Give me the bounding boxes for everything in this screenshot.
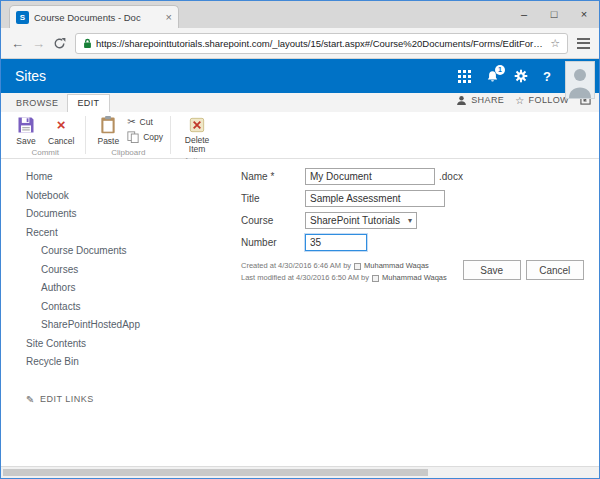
notifications-bell-icon[interactable]: 1 [486,70,499,83]
sidebar-item-recent[interactable]: Recent [26,224,227,243]
number-input[interactable] [305,234,367,251]
scrollbar-thumb[interactable] [3,469,428,476]
title-input[interactable] [305,190,445,207]
help-icon[interactable]: ? [543,69,551,84]
modified-by-name[interactable]: Muhammad Waqas [382,272,447,284]
person-silhouette-icon [566,62,594,98]
suite-title[interactable]: Sites [15,68,46,84]
edit-links-pencil-icon: ✎ [26,394,35,405]
back-button[interactable]: ← [7,36,28,51]
sidebar: Home Notebook Documents Recent Course Do… [1,159,227,466]
share-button[interactable]: SHARE [456,95,504,106]
paste-label: Paste [97,136,119,146]
created-by-name[interactable]: Muhammad Waqas [364,260,429,272]
form-save-button[interactable]: Save [463,260,521,280]
sidebar-item-home[interactable]: Home [26,168,227,187]
share-label: SHARE [471,95,504,105]
follow-button[interactable]: ☆ FOLLOW [515,95,569,106]
settings-gear-icon[interactable] [514,69,528,83]
maximize-button[interactable]: □ [539,1,569,28]
refresh-icon [53,37,66,50]
created-text: Created at 4/30/2016 6:46 AM by [241,260,351,272]
ribbon: Save × Cancel Commit Paste [1,112,599,159]
cancel-label: Cancel [48,136,74,146]
modified-by-presence-icon [372,275,379,282]
browser-window: S Course Documents - Doc × – □ × ← → [0,0,600,479]
sidebar-item-course-documents[interactable]: Course Documents [26,242,227,261]
edit-form: Name * .docx Title Course SharePoint Tut… [227,159,599,466]
title-label: Title [241,193,305,204]
menu-icon[interactable] [573,38,593,49]
sidebar-item-sharepointhostedapp[interactable]: SharePointHostedApp [26,316,227,335]
minimize-button[interactable]: – [509,1,539,28]
tab-edit[interactable]: EDIT [67,94,109,112]
cancel-x-icon: × [51,115,71,135]
follow-star-icon: ☆ [515,95,524,106]
horizontal-scrollbar[interactable] [1,466,599,478]
cut-label: Cut [140,117,153,127]
address-bar[interactable]: https://sharepointtutorials.sharepoint.c… [75,33,568,54]
cancel-button[interactable]: × Cancel [44,114,78,146]
tab-title: Course Documents - Doc [34,12,162,23]
bookmark-star-icon[interactable]: ☆ [550,37,560,50]
ribbon-group-clipboard: Paste ✂ Cut Copy Clipboa [86,112,170,158]
ribbon-tab-row: BROWSE EDIT SHARE ☆ FOLLOW [1,93,599,112]
browser-tab[interactable]: S Course Documents - Doc × [9,5,179,28]
tab-close-icon[interactable]: × [166,12,172,23]
cut-button[interactable]: ✂ Cut [127,117,163,127]
form-footer: Created at 4/30/2016 6:46 AM by Muhammad… [241,260,599,284]
sidebar-item-contacts[interactable]: Contacts [26,298,227,317]
url-text[interactable]: https://sharepointtutorials.sharepoint.c… [96,38,545,49]
name-input[interactable] [305,168,435,185]
page-content: Home Notebook Documents Recent Course Do… [1,159,599,466]
save-icon [16,115,36,135]
name-suffix: .docx [439,171,463,182]
browser-toolbar: ← → https://sharepointtutorials.sharepoi… [1,28,599,59]
course-label: Course [241,215,305,226]
delete-item-label: Delete Item [182,136,212,154]
created-by-presence-icon [354,263,361,270]
lock-icon [83,38,92,49]
name-label: Name * [241,171,305,182]
course-select[interactable]: SharePoint Tutorials ▾ [305,212,417,229]
number-label: Number [241,237,305,248]
tab-browse[interactable]: BROWSE [7,95,67,112]
sidebar-item-recycle-bin[interactable]: Recycle Bin [26,353,227,372]
edit-links-button[interactable]: ✎ EDIT LINKS [26,394,227,405]
copy-button[interactable]: Copy [127,131,163,143]
refresh-button[interactable] [49,37,70,50]
close-window-button[interactable]: × [569,1,599,28]
paste-button[interactable]: Paste [93,114,123,146]
copy-icon [127,131,139,143]
share-person-icon [456,95,467,106]
dropdown-arrow-icon: ▾ [408,216,412,225]
ribbon-group-actions: Delete Item Actions [171,112,223,158]
copy-label: Copy [143,132,163,142]
save-label: Save [16,136,35,146]
sharepoint-favicon: S [16,11,29,24]
browser-tab-strip: S Course Documents - Doc × – □ × [1,1,599,28]
edit-links-label: EDIT LINKS [40,394,94,404]
ribbon-group-commit: Save × Cancel Commit [5,112,85,158]
suite-bar: Sites 1 [1,59,599,93]
modified-text: Last modified at 4/30/2016 6:50 AM by [241,272,369,284]
suite-icons: 1 ? [458,69,551,84]
sidebar-item-notebook[interactable]: Notebook [26,187,227,206]
sidebar-item-site-contents[interactable]: Site Contents [26,335,227,354]
forward-button[interactable]: → [28,36,49,51]
sidebar-item-courses[interactable]: Courses [26,261,227,280]
form-cancel-button[interactable]: Cancel [526,260,584,280]
paste-icon [98,115,118,135]
save-button[interactable]: Save [12,114,40,146]
sidebar-item-authors[interactable]: Authors [26,279,227,298]
group-label-clipboard: Clipboard [93,146,163,159]
notification-badge: 1 [495,65,505,75]
group-label-commit: Commit [12,146,78,159]
delete-item-button[interactable]: Delete Item [178,114,216,154]
app-launcher-icon[interactable] [458,70,471,83]
delete-item-icon [187,115,207,135]
follow-label: FOLLOW [529,95,569,105]
cut-scissors-icon: ✂ [127,117,135,127]
sidebar-item-documents[interactable]: Documents [26,205,227,224]
avatar[interactable] [565,61,595,99]
